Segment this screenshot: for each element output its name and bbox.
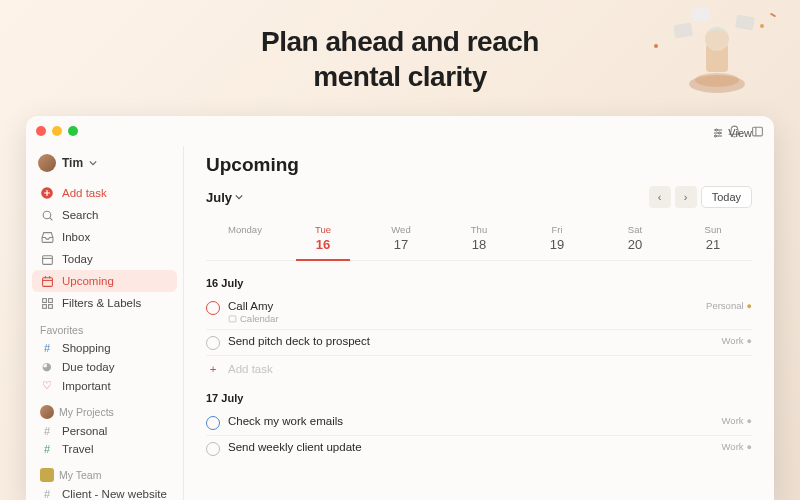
minimize-dot[interactable] — [52, 126, 62, 136]
task-tag[interactable]: Personal● — [706, 300, 752, 311]
chevron-down-icon — [89, 159, 97, 167]
task-row[interactable]: Send weekly client update Work● — [206, 436, 752, 461]
my-team-header[interactable]: My Team — [32, 458, 177, 485]
team-avatar — [40, 468, 54, 482]
heart-icon: ♡ — [40, 379, 54, 392]
inbox-icon — [40, 230, 54, 244]
sidebar: Tim Add task Search Inbox Today — [26, 146, 184, 500]
projects-avatar — [40, 405, 54, 419]
chevron-down-icon — [235, 193, 243, 201]
add-task-button[interactable]: Add task — [32, 182, 177, 204]
hash-icon: # — [40, 443, 54, 455]
window-chrome: View — [26, 116, 774, 146]
page-title: Upcoming — [206, 154, 752, 176]
calendar-strip: Monday Tue16 Wed17 Thu18 Fri19 Sat20 Sun… — [206, 220, 752, 261]
svg-rect-30 — [48, 304, 52, 308]
hero-title: Plan ahead and reachmental clarity — [0, 24, 800, 94]
plus-circle-icon — [40, 186, 54, 200]
favorite-due-today[interactable]: ◕Due today — [32, 357, 177, 376]
sliders-icon — [712, 127, 724, 139]
task-checkbox[interactable] — [206, 442, 220, 456]
svg-rect-29 — [42, 304, 46, 308]
my-projects-header[interactable]: My Projects — [32, 395, 177, 422]
tag-dot-icon: ● — [747, 336, 752, 346]
svg-line-20 — [49, 217, 52, 220]
task-row[interactable]: Call Amy Calendar Personal● — [206, 295, 752, 330]
svg-rect-27 — [42, 298, 46, 302]
today-button[interactable]: Today — [701, 186, 752, 208]
close-dot[interactable] — [36, 126, 46, 136]
calendar-small-icon — [228, 314, 237, 323]
day-wed[interactable]: Wed17 — [362, 220, 440, 260]
tag-dot-icon: ● — [747, 301, 752, 311]
zoom-dot[interactable] — [68, 126, 78, 136]
plus-icon: + — [206, 363, 220, 375]
user-name: Tim — [62, 156, 83, 170]
task-tag[interactable]: Work● — [722, 441, 752, 452]
next-week-button[interactable]: › — [675, 186, 697, 208]
task-title: Send weekly client update — [228, 441, 714, 453]
favorite-shopping[interactable]: #Shopping — [32, 339, 177, 357]
main-pane: Upcoming July ‹ › Today Monday Tue16 Wed… — [184, 146, 774, 500]
hash-icon: # — [40, 425, 54, 437]
sidebar-item-today[interactable]: Today — [32, 248, 177, 270]
svg-rect-23 — [42, 277, 52, 286]
svg-rect-21 — [42, 255, 52, 264]
add-task-label: Add task — [62, 187, 107, 199]
svg-point-17 — [715, 135, 717, 137]
tasks-list: 16 July Call Amy Calendar Personal● Send… — [206, 273, 752, 461]
svg-rect-31 — [229, 316, 236, 322]
add-task-inline[interactable]: + Add task — [206, 356, 752, 382]
svg-rect-28 — [48, 298, 52, 302]
search-icon — [40, 208, 54, 222]
task-title: Send pitch deck to prospect — [228, 335, 714, 347]
task-checkbox[interactable] — [206, 301, 220, 315]
day-monday[interactable]: Monday — [206, 220, 284, 260]
task-checkbox[interactable] — [206, 336, 220, 350]
prev-week-button[interactable]: ‹ — [649, 186, 671, 208]
svg-point-16 — [719, 132, 721, 134]
svg-point-19 — [43, 211, 51, 219]
svg-point-15 — [716, 129, 718, 131]
favorites-header[interactable]: Favorites — [32, 314, 177, 339]
sidebar-item-filters[interactable]: Filters & Labels — [32, 292, 177, 314]
task-title: Call Amy — [228, 300, 698, 312]
tag-dot-icon: ● — [747, 416, 752, 426]
sidebar-item-inbox[interactable]: Inbox — [32, 226, 177, 248]
view-button[interactable]: View — [704, 124, 760, 142]
favorite-important[interactable]: ♡Important — [32, 376, 177, 395]
hash-icon: # — [40, 488, 54, 500]
grid-icon — [40, 296, 54, 310]
task-meta: Calendar — [228, 313, 698, 324]
task-tag[interactable]: Work● — [722, 415, 752, 426]
section-header: 17 July — [206, 388, 752, 410]
project-client-website[interactable]: #Client - New website — [32, 485, 177, 500]
calendar-today-icon — [40, 252, 54, 266]
task-tag[interactable]: Work● — [722, 335, 752, 346]
sidebar-item-upcoming[interactable]: Upcoming — [32, 270, 177, 292]
day-sat[interactable]: Sat20 — [596, 220, 674, 260]
traffic-lights[interactable] — [36, 126, 78, 136]
day-sun[interactable]: Sun21 — [674, 220, 752, 260]
task-row[interactable]: Check my work emails Work● — [206, 410, 752, 436]
section-header: 16 July — [206, 273, 752, 295]
task-checkbox[interactable] — [206, 416, 220, 430]
user-menu[interactable]: Tim — [32, 150, 177, 182]
month-selector[interactable]: July — [206, 190, 243, 205]
day-tue[interactable]: Tue16 — [284, 220, 362, 260]
tag-dot-icon: ● — [747, 442, 752, 452]
calendar-upcoming-icon — [40, 274, 54, 288]
task-title: Check my work emails — [228, 415, 714, 427]
project-travel[interactable]: #Travel — [32, 440, 177, 458]
task-row[interactable]: Send pitch deck to prospect Work● — [206, 330, 752, 356]
hash-icon: # — [40, 342, 54, 354]
day-thu[interactable]: Thu18 — [440, 220, 518, 260]
sidebar-item-search[interactable]: Search — [32, 204, 177, 226]
view-label: View — [728, 127, 752, 139]
app-window: View Tim Add task Search Inbox — [26, 116, 774, 500]
droplet-icon: ◕ — [40, 360, 54, 373]
project-personal[interactable]: #Personal — [32, 422, 177, 440]
svg-rect-8 — [770, 13, 776, 18]
day-fri[interactable]: Fri19 — [518, 220, 596, 260]
svg-rect-6 — [692, 7, 711, 21]
